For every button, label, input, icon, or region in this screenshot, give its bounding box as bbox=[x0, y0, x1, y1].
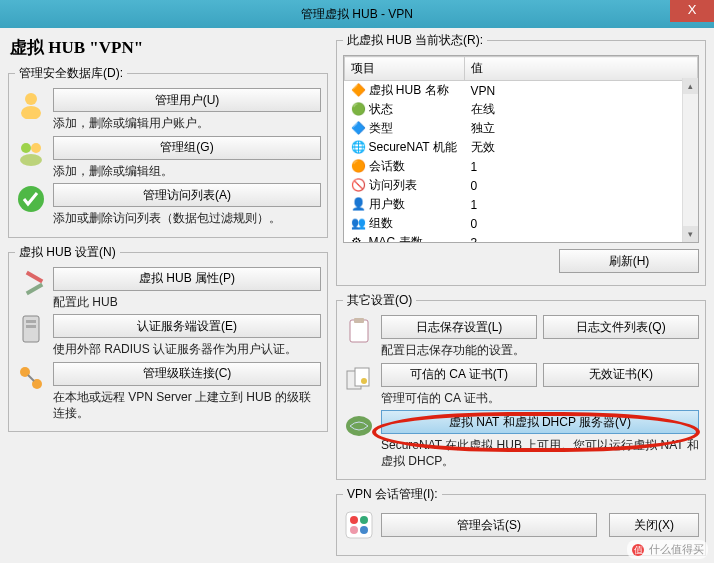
log-list-button[interactable]: 日志文件列表(Q) bbox=[543, 315, 699, 339]
status-legend: 此虚拟 HUB 当前状态(R): bbox=[343, 32, 487, 49]
row-icon: 🟠 bbox=[351, 159, 367, 175]
svg-point-2 bbox=[21, 143, 31, 153]
status-row[interactable]: 👥组数0 bbox=[345, 214, 698, 233]
svg-point-0 bbox=[25, 93, 37, 105]
auth-server-button[interactable]: 认证服务端设置(E) bbox=[53, 314, 321, 338]
svg-line-13 bbox=[28, 375, 34, 381]
svg-rect-20 bbox=[346, 512, 372, 538]
svg-point-3 bbox=[31, 143, 41, 153]
invalid-cert-button[interactable]: 无效证书(K) bbox=[543, 363, 699, 387]
tools-icon bbox=[15, 267, 47, 299]
row-key: 类型 bbox=[369, 121, 393, 135]
svg-rect-8 bbox=[23, 316, 39, 342]
manage-users-button[interactable]: 管理用户(U) bbox=[53, 88, 321, 112]
col-item[interactable]: 项目 bbox=[345, 57, 465, 81]
svg-rect-6 bbox=[26, 270, 44, 282]
ca-desc: 管理可信的 CA 证书。 bbox=[381, 391, 699, 407]
status-row[interactable]: 👤用户数1 bbox=[345, 195, 698, 214]
security-db-legend: 管理安全数据库(D): bbox=[15, 65, 127, 82]
row-key: 组数 bbox=[369, 216, 393, 230]
svg-rect-9 bbox=[26, 320, 36, 323]
row-value: 1 bbox=[465, 195, 698, 214]
log-settings-button[interactable]: 日志保存设置(L) bbox=[381, 315, 537, 339]
row-value: 在线 bbox=[465, 100, 698, 119]
scroll-up-icon[interactable]: ▴ bbox=[683, 78, 698, 94]
window-title: 管理虚拟 HUB - VPN bbox=[301, 6, 413, 23]
close-button[interactable]: X bbox=[670, 0, 714, 22]
row-icon: 👥 bbox=[351, 216, 367, 232]
cascade-button[interactable]: 管理级联连接(C) bbox=[53, 362, 321, 386]
server-icon bbox=[15, 314, 47, 346]
nat-desc: SecureNAT 在此虚拟 HUB 上可用。您可以运行虚拟 NAT 和虚拟 D… bbox=[381, 438, 699, 469]
hub-properties-desc: 配置此 HUB bbox=[53, 295, 321, 311]
status-table: 项目 值 🔶虚拟 HUB 名称VPN🟢状态在线🔷类型独立🌐SecureNAT 机… bbox=[343, 55, 699, 243]
status-row[interactable]: 🔷类型独立 bbox=[345, 119, 698, 138]
status-row[interactable]: 🌐SecureNAT 机能无效 bbox=[345, 138, 698, 157]
group-icon bbox=[15, 136, 47, 168]
refresh-button[interactable]: 刷新(H) bbox=[559, 249, 699, 273]
scroll-down-icon[interactable]: ▾ bbox=[683, 226, 698, 242]
virtual-nat-dhcp-button[interactable]: 虚拟 NAT 和虚拟 DHCP 服务器(V) bbox=[381, 410, 699, 434]
svg-point-19 bbox=[346, 416, 372, 436]
row-value: 1 bbox=[465, 157, 698, 176]
manage-groups-desc: 添加，删除或编辑组。 bbox=[53, 164, 321, 180]
status-row[interactable]: ⚙MAC 表数3 bbox=[345, 233, 698, 243]
manage-acl-button[interactable]: 管理访问列表(A) bbox=[53, 183, 321, 207]
svg-text:值: 值 bbox=[634, 545, 643, 555]
row-value: 3 bbox=[465, 233, 698, 243]
row-key: 状态 bbox=[369, 102, 393, 116]
svg-rect-10 bbox=[26, 325, 36, 328]
ca-cert-button[interactable]: 可信的 CA 证书(T) bbox=[381, 363, 537, 387]
cert-icon bbox=[343, 363, 375, 395]
auth-server-desc: 使用外部 RADIUS 认证服务器作为用户认证。 bbox=[53, 342, 321, 358]
nat-icon bbox=[343, 410, 375, 442]
row-key: MAC 表数 bbox=[369, 235, 423, 243]
session-legend: VPN 会话管理(I): bbox=[343, 486, 442, 503]
close-dialog-button[interactable]: 关闭(X) bbox=[609, 513, 699, 537]
manage-sessions-button[interactable]: 管理会话(S) bbox=[381, 513, 597, 537]
status-row[interactable]: 🟠会话数1 bbox=[345, 157, 698, 176]
status-row[interactable]: 🔶虚拟 HUB 名称VPN bbox=[345, 81, 698, 101]
watermark: 值什么值得买 bbox=[627, 540, 708, 559]
row-icon: 🌐 bbox=[351, 140, 367, 156]
title-bar: 管理虚拟 HUB - VPN X bbox=[0, 0, 714, 28]
status-row[interactable]: 🟢状态在线 bbox=[345, 100, 698, 119]
svg-rect-14 bbox=[350, 320, 368, 342]
svg-point-23 bbox=[350, 526, 358, 534]
other-settings-group: 其它设置(O) 日志保存设置(L) 日志文件列表(Q) 配置日志保存功能的设置。… bbox=[336, 292, 706, 480]
row-value: 0 bbox=[465, 176, 698, 195]
svg-point-18 bbox=[361, 378, 367, 384]
clipboard-icon bbox=[343, 315, 375, 347]
row-value: 独立 bbox=[465, 119, 698, 138]
hub-settings-group: 虚拟 HUB 设置(N) 虚拟 HUB 属性(P) 配置此 HUB 认证服务端设… bbox=[8, 244, 328, 432]
hub-properties-button[interactable]: 虚拟 HUB 属性(P) bbox=[53, 267, 321, 291]
cascade-desc: 在本地或远程 VPN Server 上建立到 HUB 的级联连接。 bbox=[53, 390, 321, 421]
svg-rect-15 bbox=[354, 318, 364, 323]
user-icon bbox=[15, 88, 47, 120]
row-key: SecureNAT 机能 bbox=[369, 140, 457, 154]
row-value: 0 bbox=[465, 214, 698, 233]
status-group: 此虚拟 HUB 当前状态(R): 项目 值 🔶虚拟 HUB 名称VPN🟢状态在线… bbox=[336, 32, 706, 286]
row-key: 虚拟 HUB 名称 bbox=[369, 83, 449, 97]
svg-point-22 bbox=[360, 516, 368, 524]
svg-point-4 bbox=[20, 154, 42, 166]
status-row[interactable]: 🚫访问列表0 bbox=[345, 176, 698, 195]
manage-users-desc: 添加，删除或编辑用户账户。 bbox=[53, 116, 321, 132]
row-icon: 👤 bbox=[351, 197, 367, 213]
row-value: VPN bbox=[465, 81, 698, 101]
log-desc: 配置日志保存功能的设置。 bbox=[381, 343, 699, 359]
row-icon: 🚫 bbox=[351, 178, 367, 194]
manage-acl-desc: 添加或删除访问列表（数据包过滤规则）。 bbox=[53, 211, 321, 227]
row-value: 无效 bbox=[465, 138, 698, 157]
row-icon: 🟢 bbox=[351, 102, 367, 118]
row-icon: 🔷 bbox=[351, 121, 367, 137]
scrollbar[interactable]: ▴ ▾ bbox=[682, 78, 698, 242]
link-icon bbox=[15, 362, 47, 394]
svg-point-21 bbox=[350, 516, 358, 524]
sessions-icon bbox=[343, 509, 375, 541]
manage-groups-button[interactable]: 管理组(G) bbox=[53, 136, 321, 160]
svg-rect-17 bbox=[355, 368, 369, 386]
svg-rect-7 bbox=[26, 283, 44, 295]
hub-settings-legend: 虚拟 HUB 设置(N) bbox=[15, 244, 120, 261]
col-value[interactable]: 值 bbox=[465, 57, 698, 81]
